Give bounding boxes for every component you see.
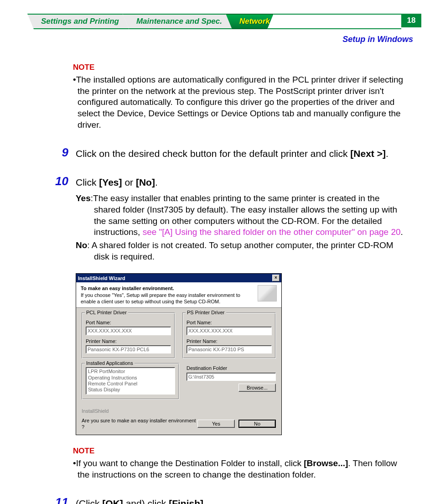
group-legend: PCL Printer Driver: [85, 309, 128, 316]
step-tail: .: [386, 148, 388, 159]
dest-label: Destination Folder: [186, 365, 276, 371]
dialog-question-row: Are you sure to make an easy installer e…: [76, 416, 281, 435]
printer-label: Printer Name:: [86, 338, 171, 344]
step-9: 9 Click on the desired check button for …: [46, 146, 408, 160]
note-body: •If you want to change the Destination F…: [73, 458, 408, 480]
ps-printer-field: Panasonic KX-P7310 PS: [186, 345, 272, 353]
yes-button[interactable]: Yes: [197, 420, 235, 428]
yes-tail: .: [401, 227, 403, 237]
note-text: The installed options are automatically …: [76, 75, 403, 130]
cross-ref-link[interactable]: see "[A] Using the shared folder on the …: [143, 227, 401, 237]
step-bold: [OK]: [102, 498, 123, 504]
step-bold: [Next >]: [350, 148, 386, 159]
step-body: Click [Yes] or [No].: [76, 175, 158, 188]
list-item: LPR PortMonitor: [88, 369, 173, 374]
group-legend: PS Printer Driver: [186, 309, 226, 316]
step-bold: [Yes]: [99, 177, 122, 187]
page-content: NOTE •The installed options are automati…: [46, 62, 408, 504]
port-label: Port Name:: [186, 319, 272, 326]
step-body: Click on the desired check button for th…: [76, 146, 388, 160]
installshield-label: InstallShield: [76, 408, 281, 415]
destination-column: Destination Folder G:\Inst7305 Browse...: [186, 363, 276, 404]
dialog-title-text: InstallShield Wizard: [78, 275, 125, 281]
list-item: Remote Control Panel: [88, 381, 173, 387]
group-legend: Installed Applications: [85, 360, 135, 366]
step-text: Click: [76, 177, 99, 187]
dialog-header-image: [258, 285, 277, 301]
step-number: 9: [46, 146, 76, 158]
step-10-explain: Yes:The easy installer that enables prin…: [76, 193, 408, 262]
installed-apps-group: Installed Applications LPR PortMonitor O…: [82, 363, 179, 400]
no-explain: No: A shared folder is not created. To s…: [76, 240, 408, 262]
tab-settings[interactable]: Settings and Printing: [27, 14, 129, 29]
step-bold: [Finish]: [169, 498, 203, 504]
installshield-dialog: InstallShield Wizard × To make an easy i…: [76, 273, 282, 435]
note-body: •The installed options are automatically…: [73, 74, 408, 130]
ps-port-field: XXX.XXX.XXX.XXX: [186, 327, 272, 335]
no-button[interactable]: No: [238, 420, 276, 428]
dialog-header-bold: To make an easy installer environment.: [81, 286, 174, 291]
step-tail: .: [155, 177, 158, 187]
ps-driver-group: PS Printer Driver Port Name: XXX.XXX.XXX…: [182, 312, 276, 359]
printer-label: Printer Name:: [186, 338, 272, 344]
step-10: 10 Click [Yes] or [No].: [46, 175, 408, 188]
close-icon[interactable]: ×: [272, 275, 280, 281]
dest-folder-field: G:\Inst7305: [186, 373, 276, 381]
nav-spacer: [267, 14, 401, 29]
step-text: Click on the desired check button for th…: [76, 148, 350, 159]
yes-label: Yes: [76, 193, 91, 203]
step-number: 11: [46, 496, 76, 504]
yes-explain: Yes:The easy installer that enables prin…: [76, 193, 408, 238]
dialog-titlebar: InstallShield Wizard ×: [76, 274, 281, 282]
apps-listbox[interactable]: LPR PortMonitor Operating Instructions R…: [86, 367, 175, 395]
note-label: NOTE: [73, 446, 408, 456]
tab-maintenance[interactable]: Maintenance and Spec.: [123, 14, 232, 29]
bullet: •: [73, 75, 76, 84]
step-bold: [No]: [136, 177, 155, 187]
step-11: 11 (Click [OK] and) click [Finish].: [46, 496, 408, 504]
port-label: Port Name:: [86, 319, 171, 326]
pcl-port-field: XXX.XXX.XXX.XXX: [86, 327, 171, 335]
bullet: •: [73, 458, 76, 468]
page-number: 18: [401, 14, 421, 27]
dialog-header: To make an easy installer environment. I…: [76, 282, 281, 308]
note-label: NOTE: [73, 62, 408, 73]
no-text: : A shared folder is not created. To set…: [87, 240, 393, 261]
top-nav-bar: Settings and Printing Maintenance and Sp…: [27, 14, 421, 29]
section-subhead: Setup in Windows: [0, 35, 413, 44]
dialog-question-text: Are you sure to make an easy installer e…: [82, 417, 197, 431]
no-label: No: [76, 240, 87, 250]
list-item: Status Display: [88, 387, 173, 393]
note-text: If you want to change the Destination Fo…: [76, 458, 304, 468]
step-text: and) click: [123, 498, 169, 504]
list-item: Operating Instructions: [88, 375, 173, 381]
note-text: instructions on the screen to change the…: [92, 470, 316, 479]
browse-button[interactable]: Browse...: [238, 384, 276, 392]
step-body: (Click [OK] and) click [Finish].: [76, 496, 206, 504]
step-text: (Click: [76, 498, 102, 504]
step-number: 10: [46, 175, 76, 187]
step-text: or: [122, 177, 136, 187]
pcl-printer-field: Panasonic KX-P7310 PCL6: [86, 345, 171, 353]
dialog-header-text: If you choose "Yes", Setup will prepare …: [81, 292, 240, 304]
pcl-driver-group: PCL Printer Driver Port Name: XXX.XXX.XX…: [82, 312, 175, 359]
step-tail: .: [203, 498, 206, 504]
dialog-body: PCL Printer Driver Port Name: XXX.XXX.XX…: [76, 308, 281, 408]
note-bold: [Browse...]: [304, 458, 348, 468]
